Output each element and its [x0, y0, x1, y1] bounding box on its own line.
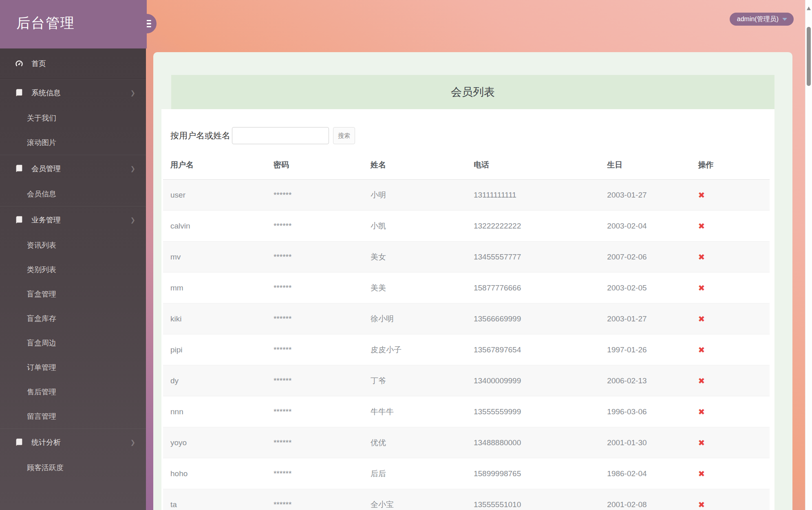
- sidebar-item-blindbox-management[interactable]: 盲盒管理: [0, 282, 146, 306]
- sidebar-item-label: 售后管理: [27, 387, 56, 397]
- cell-password: ******: [266, 242, 363, 273]
- sidebar-item-label: 类别列表: [27, 265, 56, 275]
- cell-birthday: 2001-02-08: [600, 489, 691, 510]
- delete-icon[interactable]: ✖: [698, 376, 705, 385]
- cell-username: dy: [163, 365, 266, 396]
- content-card: 会员列表 按用户名或姓名 搜索 用户名密码姓名电话生日操作 user******…: [153, 52, 792, 510]
- cell-phone: 13222222222: [466, 211, 600, 242]
- scrollbar-thumb[interactable]: [807, 27, 811, 86]
- sidebar-item-about-us[interactable]: 关于我们: [0, 106, 146, 130]
- cell-name: 牛牛牛: [363, 396, 466, 427]
- cell-name: 优优: [363, 427, 466, 458]
- sidebar-item-statistics[interactable]: 统计分析❯: [0, 429, 146, 455]
- sidebar-item-aftersales-management[interactable]: 售后管理: [0, 380, 146, 404]
- sidebar: 首页系统信息❯关于我们滚动图片会员管理❯会员信息业务管理❯资讯列表类别列表盲盒管…: [0, 48, 146, 510]
- table-row: calvin******小凯132222222222003-02-04✖: [163, 211, 770, 242]
- cell-name: 美女: [363, 242, 466, 273]
- delete-icon[interactable]: ✖: [698, 438, 705, 447]
- sidebar-item-customer-activity[interactable]: 顾客活跃度: [0, 455, 146, 480]
- cell-username: mv: [163, 242, 266, 273]
- cell-phone: 13555559999: [466, 396, 600, 427]
- table-row: user******小明131111111112003-01-27✖: [163, 180, 770, 211]
- cell-name: 小明: [363, 180, 466, 211]
- cell-username: calvin: [163, 211, 266, 242]
- member-table: 用户名密码姓名电话生日操作 user******小明13111111111200…: [163, 152, 770, 510]
- ops-cell: ✖: [691, 427, 770, 458]
- delete-icon[interactable]: ✖: [698, 407, 705, 416]
- column-header-password: 密码: [266, 152, 363, 180]
- cell-name: 美美: [363, 273, 466, 303]
- sidebar-item-home[interactable]: 首页: [0, 48, 146, 79]
- scroll-up-arrow-icon[interactable]: [807, 7, 811, 10]
- cell-password: ******: [266, 365, 363, 396]
- sidebar-item-business-management[interactable]: 业务管理❯: [0, 206, 146, 233]
- cell-name: 丁爷: [363, 365, 466, 396]
- cell-phone: 15899998765: [466, 458, 600, 489]
- cell-username: user: [163, 180, 266, 211]
- delete-icon[interactable]: ✖: [698, 191, 705, 200]
- ops-cell: ✖: [691, 396, 770, 427]
- sidebar-item-blindbox-peripherals[interactable]: 盲盒周边: [0, 331, 146, 355]
- sidebar-item-member-management[interactable]: 会员管理❯: [0, 155, 146, 182]
- chevron-right-icon: ❯: [130, 439, 135, 446]
- scrollbar[interactable]: [805, 0, 812, 510]
- table-header-row: 用户名密码姓名电话生日操作: [163, 152, 770, 180]
- cell-phone: 13566669999: [466, 303, 600, 334]
- cell-birthday: 1997-01-26: [600, 334, 691, 365]
- cell-username: ta: [163, 489, 266, 510]
- table-row: mm******美美158777766662003-02-05✖: [163, 273, 770, 303]
- book-icon: [15, 164, 24, 173]
- app-title: 后台管理: [0, 0, 147, 46]
- book-icon: [15, 88, 24, 97]
- column-header-username: 用户名: [163, 152, 266, 180]
- cell-birthday: 1986-02-04: [600, 458, 691, 489]
- table-row: dy******丁爷134000099992006-02-13✖: [163, 365, 770, 396]
- cell-password: ******: [266, 273, 363, 303]
- cell-password: ******: [266, 396, 363, 427]
- book-icon: [15, 438, 24, 447]
- cell-password: ******: [266, 489, 363, 510]
- sidebar-item-label: 顾客活跃度: [27, 463, 64, 473]
- panel-body: 按用户名或姓名 搜索 用户名密码姓名电话生日操作 user******小明131…: [161, 109, 774, 510]
- sidebar-item-category-list[interactable]: 类别列表: [0, 257, 146, 282]
- sidebar-item-member-info[interactable]: 会员信息: [0, 182, 146, 206]
- delete-icon[interactable]: ✖: [698, 222, 705, 231]
- table-row: nnn******牛牛牛135555599991996-03-06✖: [163, 396, 770, 427]
- search-input[interactable]: [232, 127, 329, 144]
- brand-header: 后台管理: [0, 0, 147, 48]
- cell-password: ******: [266, 180, 363, 211]
- user-menu-button[interactable]: admin(管理员): [730, 13, 794, 26]
- ops-cell: ✖: [691, 273, 770, 303]
- search-label: 按用户名或姓名: [170, 130, 230, 141]
- delete-icon[interactable]: ✖: [698, 253, 705, 262]
- book-icon: [15, 215, 24, 224]
- delete-icon[interactable]: ✖: [698, 500, 705, 509]
- sidebar-item-label: 会员管理: [31, 164, 61, 174]
- cell-phone: 13455557777: [466, 242, 600, 273]
- cell-birthday: 2003-01-27: [600, 180, 691, 211]
- sidebar-item-system-info[interactable]: 系统信息❯: [0, 79, 146, 106]
- search-button[interactable]: 搜索: [333, 127, 355, 144]
- sidebar-item-scrolling-images[interactable]: 滚动图片: [0, 130, 146, 155]
- sidebar-item-blindbox-stock[interactable]: 盲盒库存: [0, 306, 146, 331]
- delete-icon[interactable]: ✖: [698, 314, 705, 323]
- delete-icon[interactable]: ✖: [698, 469, 705, 478]
- sidebar-item-order-management[interactable]: 订单管理: [0, 355, 146, 380]
- cell-username: pipi: [163, 334, 266, 365]
- sidebar-item-label: 业务管理: [31, 215, 61, 225]
- sidebar-item-message-management[interactable]: 留言管理: [0, 404, 146, 429]
- delete-icon[interactable]: ✖: [698, 345, 705, 354]
- search-row: 按用户名或姓名 搜索: [163, 121, 770, 152]
- cell-name: 小凯: [363, 211, 466, 242]
- sidebar-item-label: 系统信息: [31, 88, 61, 98]
- cell-name: 皮皮小子: [363, 334, 466, 365]
- ops-cell: ✖: [691, 458, 770, 489]
- ops-cell: ✖: [691, 303, 770, 334]
- sidebar-item-news-list[interactable]: 资讯列表: [0, 233, 146, 257]
- cell-birthday: 2003-01-27: [600, 303, 691, 334]
- cell-password: ******: [266, 458, 363, 489]
- sidebar-menu: 首页系统信息❯关于我们滚动图片会员管理❯会员信息业务管理❯资讯列表类别列表盲盒管…: [0, 48, 146, 480]
- column-header-phone: 电话: [466, 152, 600, 180]
- ops-cell: ✖: [691, 211, 770, 242]
- delete-icon[interactable]: ✖: [698, 284, 705, 292]
